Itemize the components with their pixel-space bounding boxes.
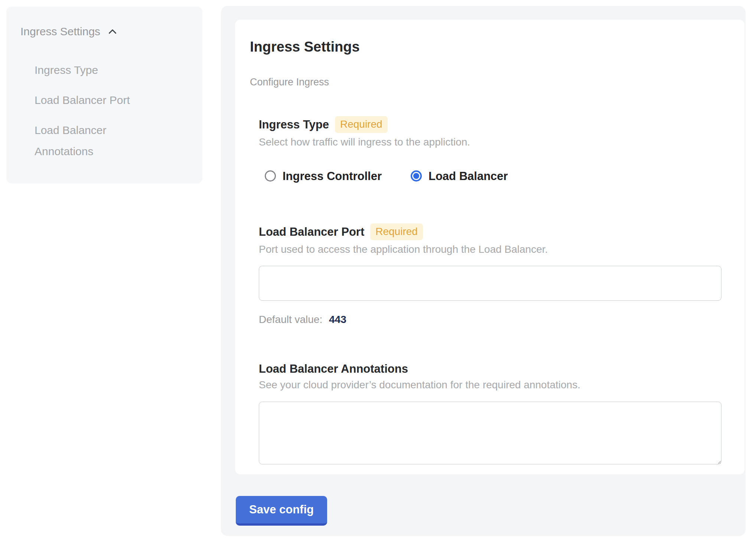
required-badge: Required <box>335 116 388 133</box>
field-lb-annotations-header: Load Balancer Annotations <box>259 362 730 376</box>
lb-port-label: Load Balancer Port <box>259 225 364 239</box>
radio-label-load-balancer: Load Balancer <box>428 169 508 183</box>
radio-unselected-icon <box>265 170 276 182</box>
settings-panel-container: Ingress Settings Configure Ingress Ingre… <box>221 6 746 536</box>
radio-option-ingress-controller[interactable]: Ingress Controller <box>265 169 382 183</box>
radio-option-load-balancer[interactable]: Load Balancer <box>411 169 508 183</box>
sidebar-item-list: Ingress Type Load Balancer Port Load Bal… <box>35 59 191 162</box>
field-load-balancer-port: Load Balancer Port Required Port used to… <box>259 223 730 326</box>
sidebar-item-ingress-type[interactable]: Ingress Type <box>35 59 146 81</box>
default-value-label: Default value: <box>259 314 322 325</box>
radio-selected-icon <box>411 170 422 182</box>
ingress-type-radio-group: Ingress Controller Load Balancer <box>259 169 730 183</box>
radio-label-ingress-controller: Ingress Controller <box>283 169 382 183</box>
ingress-settings-card: Ingress Settings Configure Ingress Ingre… <box>235 20 744 474</box>
field-ingress-type: Ingress Type Required Select how traffic… <box>259 116 730 183</box>
page-subtitle: Configure Ingress <box>250 76 730 88</box>
lb-annotations-label: Load Balancer Annotations <box>259 362 408 376</box>
lb-port-description: Port used to access the application thro… <box>259 243 730 256</box>
sidebar-item-load-balancer-annotations[interactable]: Load Balancer Annotations <box>35 120 146 162</box>
ingress-type-label: Ingress Type <box>259 118 329 131</box>
sidebar-section-title: Ingress Settings <box>20 24 100 39</box>
required-badge: Required <box>370 223 423 240</box>
field-lb-port-header: Load Balancer Port Required <box>259 223 730 240</box>
ingress-type-description: Select how traffic will ingress to the a… <box>259 136 730 148</box>
load-balancer-port-input[interactable] <box>259 266 721 301</box>
field-load-balancer-annotations: Load Balancer Annotations See your cloud… <box>259 362 730 464</box>
default-value-line: Default value: 443 <box>259 313 730 326</box>
settings-nav-sidebar: Ingress Settings Ingress Type Load Balan… <box>6 7 202 183</box>
field-ingress-type-header: Ingress Type Required <box>259 116 730 133</box>
save-config-button[interactable]: Save config <box>236 496 327 526</box>
sidebar-item-load-balancer-port[interactable]: Load Balancer Port <box>35 89 146 111</box>
default-value-number: 443 <box>329 314 346 325</box>
page-title: Ingress Settings <box>250 39 730 55</box>
sidebar-section-ingress-settings[interactable]: Ingress Settings <box>20 24 191 39</box>
load-balancer-annotations-textarea[interactable] <box>259 402 721 464</box>
lb-annotations-description: See your cloud provider’s documentation … <box>259 379 730 391</box>
chevron-up-icon <box>106 25 119 38</box>
